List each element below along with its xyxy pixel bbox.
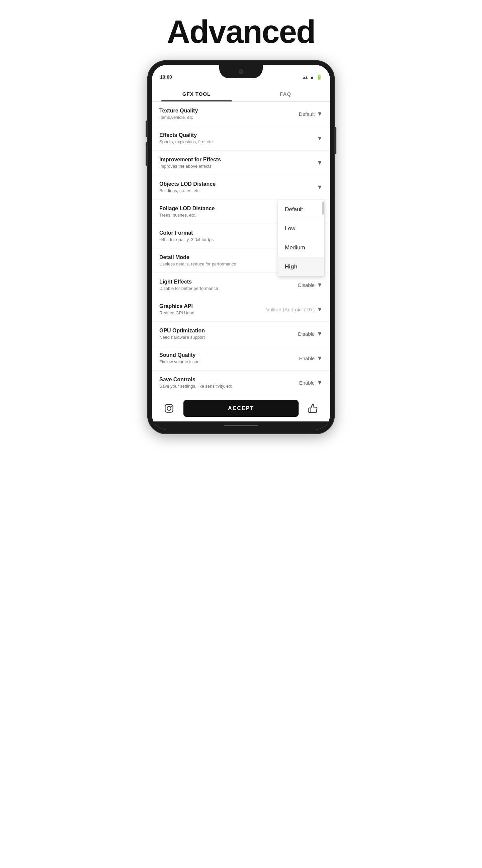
dropdown-option-low[interactable]: Low (278, 219, 324, 238)
graphics-api-arrow: ▼ (317, 306, 323, 313)
signal-icon: ▲ (310, 74, 314, 80)
instagram-icon (164, 404, 174, 413)
setting-texture-quality-desc: Items,vehicle, etc (159, 115, 289, 120)
volume-down-button (146, 142, 147, 166)
save-controls-value: Enable (299, 380, 315, 385)
setting-graphics-api: Graphics API Reduce GPU load Vulkan (And… (152, 297, 330, 322)
setting-graphics-api-desc: Reduce GPU load (159, 310, 266, 315)
svg-point-2 (171, 406, 172, 407)
dropdown-overlay: Default Low Medium High (278, 200, 325, 277)
setting-foliage-lod-desc: Trees, bushes, etc. (159, 213, 289, 218)
texture-quality-arrow: ▼ (317, 111, 323, 118)
gpu-optimization-arrow: ▼ (317, 331, 323, 337)
texture-quality-value: Default (299, 111, 315, 117)
bottom-bar: ACCEPT (152, 395, 330, 422)
dropdown-option-high[interactable]: High (278, 257, 324, 276)
page-title: Advanced (167, 0, 315, 60)
setting-effects-quality-title: Effects Quality (159, 132, 289, 138)
light-effects-value: Disable (298, 282, 315, 288)
setting-foliage-lod-title: Foliage LOD Distance (159, 206, 289, 212)
thumbs-up-icon (308, 403, 318, 413)
setting-improvement-effects-desc: Improves the above effects (159, 164, 289, 169)
setting-color-format-desc: 64bit for quality, 32bit for fps (159, 237, 289, 242)
setting-save-controls-title: Save Controls (159, 377, 289, 383)
setting-save-controls-control[interactable]: Enable ▼ (289, 379, 323, 386)
setting-light-effects-desc: Disable for better performance (159, 286, 289, 291)
setting-texture-quality-control[interactable]: Default ▼ (289, 111, 323, 118)
light-effects-arrow: ▼ (317, 281, 323, 288)
home-bar (224, 425, 258, 426)
status-time: 10:00 (160, 74, 172, 80)
like-button[interactable] (305, 401, 321, 416)
setting-effects-quality: Effects Quality Sparks, explosions, fire… (152, 126, 330, 151)
setting-save-controls-desc: Save your settings, like sensitivity, et… (159, 383, 289, 389)
gpu-optimization-value: Disable (298, 331, 315, 337)
setting-objects-lod-desc: Buildings, crates, etc. (159, 188, 289, 193)
setting-graphics-api-control[interactable]: Vulkan (Android 7.0+) ▼ (266, 306, 323, 313)
sound-quality-value: Enable (299, 355, 315, 361)
dropdown-scrollbar (322, 202, 324, 215)
setting-texture-quality-title: Texture Quality (159, 108, 289, 114)
improvement-effects-arrow: ▼ (317, 159, 323, 166)
setting-objects-lod-title: Objects LOD Distance (159, 181, 289, 187)
setting-detail-mode-title: Detail Mode (159, 254, 289, 260)
setting-improvement-effects-control[interactable]: ▼ (289, 159, 323, 166)
save-controls-arrow: ▼ (317, 379, 323, 386)
notch (219, 65, 263, 78)
setting-objects-lod-control[interactable]: ▼ (289, 184, 323, 191)
tabs-bar: GFX TOOL FAQ (152, 85, 330, 102)
tab-gfx-tool[interactable]: GFX TOOL (152, 85, 241, 101)
objects-lod-arrow: ▼ (317, 184, 323, 191)
effects-quality-arrow: ▼ (317, 135, 323, 142)
volume-up-button (146, 121, 147, 137)
instagram-button[interactable] (161, 401, 177, 416)
status-bar: 10:00 ▴▴ ▲ 🔋 (152, 65, 330, 85)
setting-sound-quality-desc: Fix low volume issue (159, 359, 289, 364)
setting-sound-quality: Sound Quality Fix low volume issue Enabl… (152, 346, 330, 371)
setting-improvement-effects-title: Improvement for Effects (159, 157, 289, 163)
svg-point-1 (167, 406, 171, 410)
setting-gpu-optimization-title: GPU Optimization (159, 328, 289, 334)
status-icons: ▴▴ ▲ 🔋 (303, 74, 322, 80)
setting-gpu-optimization-desc: Need hardware support (159, 335, 289, 340)
svg-rect-0 (165, 404, 173, 412)
graphics-api-value: Vulkan (Android 7.0+) (266, 307, 315, 312)
setting-objects-lod: Objects LOD Distance Buildings, crates, … (152, 175, 330, 199)
setting-improvement-effects: Improvement for Effects Improves the abo… (152, 151, 330, 175)
setting-color-format-title: Color Format (159, 230, 289, 236)
camera-dot (239, 69, 243, 74)
setting-save-controls: Save Controls Save your settings, like s… (152, 371, 330, 395)
phone-screen: 10:00 ▴▴ ▲ 🔋 GFX TOOL FAQ (152, 65, 330, 430)
setting-light-effects-title: Light Effects (159, 279, 289, 285)
setting-gpu-optimization: GPU Optimization Need hardware support D… (152, 322, 330, 346)
setting-effects-quality-control[interactable]: ▼ (289, 135, 323, 142)
setting-graphics-api-title: Graphics API (159, 303, 266, 309)
phone-outer: 10:00 ▴▴ ▲ 🔋 GFX TOOL FAQ (147, 60, 335, 434)
battery-icon: 🔋 (316, 74, 322, 80)
tab-faq[interactable]: FAQ (241, 85, 330, 101)
phone-mockup: 10:00 ▴▴ ▲ 🔋 GFX TOOL FAQ (144, 60, 338, 434)
dropdown-option-medium[interactable]: Medium (278, 238, 324, 257)
setting-light-effects-control[interactable]: Disable ▼ (289, 281, 323, 288)
settings-list: Texture Quality Items,vehicle, etc Defau… (152, 102, 330, 395)
dropdown-option-default[interactable]: Default (278, 200, 324, 219)
setting-gpu-optimization-control[interactable]: Disable ▼ (289, 331, 323, 337)
wifi-icon: ▴▴ (303, 74, 308, 80)
setting-sound-quality-title: Sound Quality (159, 352, 289, 358)
power-button (335, 127, 336, 154)
setting-effects-quality-desc: Sparks, explosions, fire, etc. (159, 139, 289, 144)
setting-texture-quality: Texture Quality Items,vehicle, etc Defau… (152, 102, 330, 126)
accept-button[interactable]: ACCEPT (184, 400, 298, 417)
sound-quality-arrow: ▼ (317, 355, 323, 362)
home-indicator (152, 422, 330, 430)
setting-detail-mode-desc: Useless details, reduce for performance (159, 261, 289, 267)
setting-sound-quality-control[interactable]: Enable ▼ (289, 355, 323, 362)
